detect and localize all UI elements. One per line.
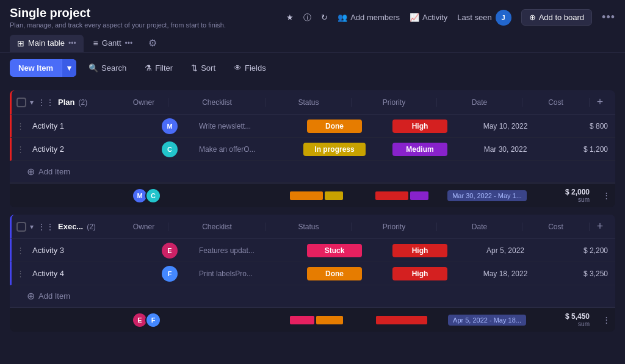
group-execute-chevron[interactable]: ▾ [30,223,34,231]
info-button[interactable]: ⓘ [303,12,311,23]
header-actions: ★ ⓘ ↻ 👥 Add members 📈 Activity Last seen… [286,9,615,26]
search-button[interactable]: 🔍 Search [82,60,132,76]
drag-handle[interactable]: ⋮ [12,246,29,255]
table-icon: ⊞ [17,38,24,48]
group-plan-name: Plan [58,98,74,107]
date-range-badge: Mar 30, 2022 - May 1... [447,190,527,201]
col-header-cost: Cost [522,98,590,107]
table-row: ⋮ Activity 1 M Write newslett... Done Hi… [10,115,615,138]
cost-total-2: $ 5,450 [565,312,590,321]
new-item-button[interactable]: New Item ▾ [10,59,76,77]
tab-main-table-more[interactable]: ••• [68,39,76,48]
tab-gantt[interactable]: ≡ Gantt ••• [86,35,140,52]
cost-cell: $ 3,250 [548,269,615,278]
add-icon-2: ⊕ [27,290,35,302]
add-item-row[interactable]: ⊕ Add Item [10,161,615,183]
table-row: ⋮ Activity 2 C Make an offerO... In prog… [10,138,615,161]
add-to-board-button[interactable]: ⊕ Add to board [521,9,592,26]
col-header-status: Status [266,98,352,107]
stuck-bar [290,316,314,324]
status-cell[interactable]: Stuck [292,244,377,257]
checklist-text: Write newslett... [199,122,251,130]
summary-avatars-2: E F [127,312,176,328]
col-add-button[interactable]: + [590,96,610,109]
done-bar [290,191,323,200]
group-plan: ▾ ⋮⋮ Plan (2) Owner Checklist Status Pri… [10,90,615,207]
add-item-row-2[interactable]: ⊕ Add Item [10,285,615,307]
group-execute-summary: E F Apr 5, 2022 - May 18... $ 5,450 [10,307,615,332]
settings-button[interactable]: ⚙ [145,34,161,52]
owner-cell: F [145,266,194,282]
cost-label: sum [578,196,590,203]
add-icon: ⊕ [27,166,35,177]
status-badge: Done [307,120,362,133]
add-members-button[interactable]: 👥 Add members [338,13,400,22]
tab-gantt-more[interactable]: ••• [125,39,133,48]
inprogress-bar [325,191,343,200]
group-execute: ▾ ⋮⋮ Exec... (2) Owner Checklist Status … [10,215,615,332]
avatar: E [162,243,178,259]
filter-icon: ⚗ [145,63,152,73]
col-header-owner: Owner [120,98,168,107]
group-plan-chevron[interactable]: ▾ [30,98,34,107]
new-item-caret[interactable]: ▾ [62,59,76,77]
owner-cell: E [145,243,194,259]
status-cell[interactable]: In progress [292,143,377,156]
date-cell: Apr 5, 2022 [463,246,548,255]
priority-cell[interactable]: High [377,267,463,280]
col-header-date-2: Date [437,223,522,231]
more-options-button[interactable]: ••• [602,11,615,24]
checklist-text: Print labelsPro... [199,269,253,278]
priority-cell[interactable]: High [377,244,463,257]
group-plan-count: (2) [78,98,87,107]
col-header-cost-2: Cost [522,223,590,231]
fields-button[interactable]: 👁 Fields [228,60,272,76]
project-title: Single project [10,6,226,20]
status-cell[interactable]: Done [292,267,377,280]
group-execute-name: Exec... [58,222,83,231]
gantt-icon: ≡ [93,38,98,48]
priority-badge: High [392,244,447,257]
activity-icon: 📈 [410,13,419,22]
cost-cell: $ 800 [548,122,615,130]
summary-cost-2: $ 5,450 sum [530,312,597,327]
activity-name: Activity 1 [29,121,102,130]
refresh-button[interactable]: ↻ [321,13,328,22]
priority-mini-bar-2 [376,315,427,326]
drag-handle[interactable]: ⋮ [12,145,29,154]
table-row: ⋮ Activity 3 E Features updat... Stuck H… [10,239,615,262]
done-bar-2 [316,316,343,324]
activity-button[interactable]: 📈 Activity [410,13,447,22]
star-button[interactable]: ★ [286,13,294,22]
toolbar: New Item ▾ 🔍 Search ⚗ Filter ⇅ Sort 👁 Fi… [0,53,625,83]
add-to-board-icon: ⊕ [529,13,536,22]
tab-main-table[interactable]: ⊞ Main table ••• [10,35,84,52]
summary-more-button[interactable]: ⋮ [597,191,615,200]
high-bar [375,191,408,200]
priority-cell[interactable]: High [377,120,463,133]
col-add-button-2[interactable]: + [590,220,610,233]
status-cell[interactable]: Done [292,120,377,133]
drag-handle[interactable]: ⋮ [12,121,29,130]
activity-label: Activity [422,13,447,22]
add-members-icon: 👥 [338,13,347,22]
filter-button[interactable]: ⚗ Filter [139,60,179,76]
last-seen-area: Last seen J [457,10,511,26]
priority-mini-bar [375,190,428,201]
sort-button[interactable]: ⇅ Sort [185,60,222,76]
col-header-priority-2: Priority [352,223,437,231]
group-execute-checkbox[interactable] [16,222,26,232]
checklist-text: Features updat... [199,246,255,255]
group-plan-checkbox[interactable] [16,98,26,107]
add-to-board-label: Add to board [539,13,584,22]
drag-handle[interactable]: ⋮ [12,269,29,278]
search-icon: 🔍 [89,63,98,73]
add-item-label: Add Item [38,167,70,176]
last-seen-label: Last seen [457,13,491,22]
fields-label: Fields [245,63,266,73]
avatar: J [496,10,511,26]
avatar: M [162,118,178,134]
priority-cell[interactable]: Medium [377,143,463,156]
summary-more-button-2[interactable]: ⋮ [597,315,615,324]
checklist-cell: Print labelsPro... [194,269,292,278]
